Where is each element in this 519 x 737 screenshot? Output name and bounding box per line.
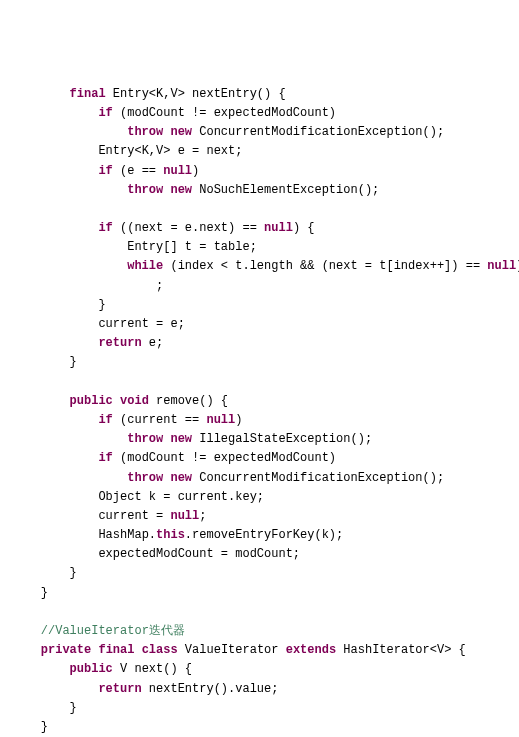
keyword: null	[487, 259, 516, 273]
keyword: throw	[127, 432, 163, 446]
code-line	[12, 373, 507, 392]
code-text: ((next = e.next) ==	[113, 221, 264, 235]
keyword: null	[170, 509, 199, 523]
code-line: throw new IllegalStateException();	[12, 430, 507, 449]
code-text: )	[235, 413, 242, 427]
code-line: if ((next = e.next) == null) {	[12, 219, 507, 238]
code-text: HashMap.	[98, 528, 156, 542]
keyword: if	[98, 106, 112, 120]
code-line	[12, 603, 507, 622]
keyword: public	[70, 394, 113, 408]
code-text: }	[70, 566, 77, 580]
code-line: current = e;	[12, 315, 507, 334]
code-text: Entry<K,V> nextEntry() {	[106, 87, 286, 101]
code-text: expectedModCount = modCount;	[98, 547, 300, 561]
keyword: if	[98, 221, 112, 235]
code-line: }	[12, 564, 507, 583]
keyword: if	[98, 164, 112, 178]
code-line: HashMap.this.removeEntryForKey(k);	[12, 526, 507, 545]
code-text: current = e;	[98, 317, 184, 331]
code-text: IllegalStateException();	[192, 432, 372, 446]
code-line: }	[12, 584, 507, 603]
code-text: ValueIterator	[178, 643, 286, 657]
code-line: }	[12, 699, 507, 718]
code-line: public V next() {	[12, 660, 507, 679]
code-line: return e;	[12, 334, 507, 353]
code-block: final Entry<K,V> nextEntry() { if (modCo…	[12, 85, 507, 737]
keyword: void	[120, 394, 149, 408]
code-line: Object k = current.key;	[12, 488, 507, 507]
code-line: throw new ConcurrentModificationExceptio…	[12, 469, 507, 488]
keyword: public	[70, 662, 113, 676]
code-line	[12, 200, 507, 219]
code-text: nextEntry().value;	[142, 682, 279, 696]
code-line: }	[12, 353, 507, 372]
code-text: HashIterator<V> {	[336, 643, 466, 657]
code-text: remove() {	[149, 394, 228, 408]
code-line: ;	[12, 277, 507, 296]
keyword: new	[170, 432, 192, 446]
code-text: NoSuchElementException();	[192, 183, 379, 197]
code-line: while (index < t.length && (next = t[ind…	[12, 257, 507, 276]
code-text: Entry<K,V> e = next;	[98, 144, 242, 158]
code-text: }	[70, 701, 77, 715]
code-line: Entry<K,V> e = next;	[12, 142, 507, 161]
keyword: return	[98, 682, 141, 696]
keyword: null	[206, 413, 235, 427]
code-text: )	[192, 164, 199, 178]
keyword: return	[98, 336, 141, 350]
code-text: }	[41, 720, 48, 734]
keyword: null	[163, 164, 192, 178]
keyword: throw	[127, 125, 163, 139]
code-text: (index < t.length && (next = t[index++])…	[163, 259, 487, 273]
code-text: ;	[156, 279, 163, 293]
code-line: public void remove() {	[12, 392, 507, 411]
code-line: if (current == null)	[12, 411, 507, 430]
code-text: (e ==	[113, 164, 163, 178]
keyword: throw	[127, 471, 163, 485]
code-text	[113, 394, 120, 408]
code-text: current =	[98, 509, 170, 523]
code-line: if (e == null)	[12, 162, 507, 181]
keyword: while	[127, 259, 163, 273]
keyword: extends	[286, 643, 336, 657]
code-text	[134, 643, 141, 657]
code-line: throw new NoSuchElementException();	[12, 181, 507, 200]
keyword: null	[264, 221, 293, 235]
keyword: private	[41, 643, 91, 657]
code-text: ;	[199, 509, 206, 523]
keyword: if	[98, 451, 112, 465]
code-text: (modCount != expectedModCount)	[113, 451, 336, 465]
code-line: expectedModCount = modCount;	[12, 545, 507, 564]
code-text: Entry[] t = table;	[127, 240, 257, 254]
keyword: throw	[127, 183, 163, 197]
code-text: }	[70, 355, 77, 369]
keyword: final	[70, 87, 106, 101]
code-text: ConcurrentModificationException();	[192, 471, 444, 485]
code-line: }	[12, 718, 507, 737]
code-text: (modCount != expectedModCount)	[113, 106, 336, 120]
code-line: //ValueIterator迭代器	[12, 622, 507, 641]
code-line: }	[12, 296, 507, 315]
code-line: Entry[] t = table;	[12, 238, 507, 257]
code-text: (current ==	[113, 413, 207, 427]
code-text: e;	[142, 336, 164, 350]
keyword: class	[142, 643, 178, 657]
keyword: this	[156, 528, 185, 542]
code-line: return nextEntry().value;	[12, 680, 507, 699]
code-line: if (modCount != expectedModCount)	[12, 104, 507, 123]
code-text: .removeEntryForKey(k);	[185, 528, 343, 542]
code-text: Object k = current.key;	[98, 490, 264, 504]
code-text: V next() {	[113, 662, 192, 676]
keyword: new	[170, 471, 192, 485]
keyword: if	[98, 413, 112, 427]
keyword: new	[170, 183, 192, 197]
code-line: final Entry<K,V> nextEntry() {	[12, 85, 507, 104]
keyword: final	[98, 643, 134, 657]
code-text: }	[41, 586, 48, 600]
code-line: if (modCount != expectedModCount)	[12, 449, 507, 468]
code-line: current = null;	[12, 507, 507, 526]
code-line: private final class ValueIterator extend…	[12, 641, 507, 660]
code-text: ) {	[293, 221, 315, 235]
code-text: }	[98, 298, 105, 312]
